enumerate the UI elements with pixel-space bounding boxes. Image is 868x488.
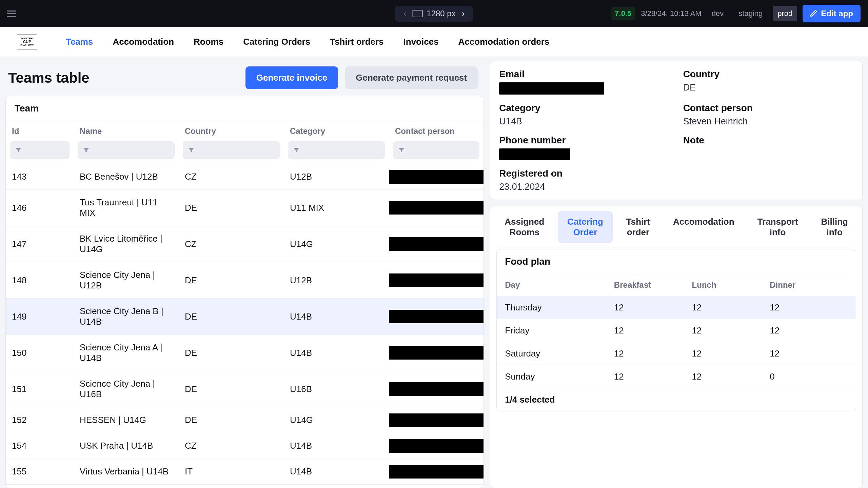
- food-col-dinner[interactable]: Dinner: [770, 280, 848, 290]
- cell-contact-redacted: [389, 237, 484, 251]
- cell-id: 150: [6, 335, 74, 371]
- cell-country: DE: [179, 262, 284, 299]
- nav-accomodation[interactable]: Accomodation: [113, 37, 174, 47]
- tab-billing[interactable]: Billing info: [812, 211, 857, 243]
- cell-category: U14B: [284, 335, 389, 371]
- food-col-lunch[interactable]: Lunch: [692, 280, 770, 290]
- env-prod[interactable]: prod: [773, 6, 797, 21]
- cell-country: CZ: [179, 485, 284, 488]
- team-table-panel: Team Id Name Country Category Contact pe…: [5, 96, 484, 488]
- nav-catering[interactable]: Catering Orders: [243, 37, 310, 47]
- cell-contact-redacted: [389, 465, 484, 479]
- cell-category: U14G: [284, 485, 389, 488]
- cell-contact-redacted: [389, 273, 484, 287]
- cell-name: Virtus Verbania | U14B: [74, 459, 179, 485]
- cell-country: CZ: [179, 433, 284, 459]
- food-row[interactable]: Friday121212: [497, 319, 856, 342]
- food-col-day[interactable]: Day: [505, 280, 614, 290]
- col-id[interactable]: Id: [6, 121, 74, 139]
- table-row[interactable]: 149Science City Jena B | U14BDEU14B: [6, 299, 484, 335]
- col-country[interactable]: Country: [179, 121, 284, 139]
- food-lunch: 12: [692, 371, 770, 382]
- cell-id: 152: [6, 407, 74, 433]
- filter-country[interactable]: [183, 141, 280, 159]
- table-row[interactable]: 151Science City Jena | U16BDEU16B: [6, 371, 484, 407]
- food-col-breakfast[interactable]: Breakfast: [614, 280, 692, 290]
- tab-tshirt[interactable]: Tshirt order: [617, 211, 659, 243]
- value-contact: Steven Heinrich: [683, 116, 853, 127]
- food-breakfast: 12: [614, 302, 692, 313]
- nav-tshirt[interactable]: Tshirt orders: [330, 37, 383, 47]
- cell-country: DE: [179, 371, 284, 407]
- app-logo[interactable]: EASTER CUP KLATOVY: [17, 34, 37, 50]
- col-category[interactable]: Category: [284, 121, 389, 139]
- viewport-prev-icon[interactable]: ‹: [401, 8, 409, 19]
- cell-category: U12B: [284, 164, 389, 190]
- build-timestamp: 3/28/24, 10:13 AM: [641, 9, 702, 18]
- device-icon[interactable]: [412, 10, 422, 17]
- nav-accomodation-orders[interactable]: Accomodation orders: [458, 37, 550, 47]
- edit-app-label: Edit app: [821, 9, 853, 18]
- value-phone-redacted: [499, 148, 570, 160]
- cell-contact-redacted: [389, 439, 484, 453]
- cell-id: 148: [6, 262, 74, 299]
- cell-category: U14B: [284, 459, 389, 485]
- food-breakfast: 12: [614, 325, 692, 336]
- cell-id: 155: [6, 459, 74, 485]
- env-staging[interactable]: staging: [734, 6, 767, 21]
- table-row[interactable]: 150Science City Jena A | U14BDEU14B: [6, 335, 484, 371]
- nav-rooms[interactable]: Rooms: [194, 37, 223, 47]
- value-category: U14B: [499, 116, 669, 127]
- table-row[interactable]: 146Tus Traunreut | U11 MIXDEU11 MIX: [6, 190, 484, 226]
- filter-id[interactable]: [10, 141, 70, 159]
- cell-id: 154: [6, 433, 74, 459]
- team-details-panel: Email Country DE Category U14B Contact p…: [490, 61, 863, 200]
- filter-name[interactable]: [78, 141, 175, 159]
- cell-contact-redacted: [389, 201, 484, 215]
- table-row[interactable]: 148Science City Jena | U12BDEU12B: [6, 262, 484, 299]
- table-row[interactable]: 156BK Sojky Pelhřimov | U14GCZU14G: [6, 485, 484, 488]
- table-row[interactable]: 154USK Praha | U14BCZU14B: [6, 433, 484, 459]
- cell-contact-redacted: [389, 382, 484, 396]
- food-row[interactable]: Thursday121212: [497, 296, 856, 319]
- cell-name: BC Benešov | U12B: [74, 164, 179, 190]
- food-row[interactable]: Saturday121212: [497, 342, 856, 365]
- version-badge: 7.0.5: [611, 7, 635, 20]
- food-row[interactable]: Sunday12120: [497, 365, 856, 388]
- cell-country: DE: [179, 299, 284, 335]
- filter-category[interactable]: [288, 141, 385, 159]
- col-name[interactable]: Name: [74, 121, 179, 139]
- cell-name: BK Sojky Pelhřimov | U14G: [74, 485, 179, 488]
- viewport-next-icon[interactable]: ›: [460, 8, 467, 19]
- food-lunch: 12: [692, 325, 770, 336]
- table-row[interactable]: 152HESSEN | U14GDEU14G: [6, 407, 484, 433]
- filter-icon: [188, 146, 195, 154]
- filter-icon: [398, 146, 405, 154]
- logo-line3: KLATOVY: [20, 44, 34, 46]
- table-row[interactable]: 155Virtus Verbania | U14BITU14B: [6, 459, 484, 485]
- table-row[interactable]: 143BC Benešov | U12BCZU12B: [6, 164, 484, 190]
- menu-icon[interactable]: [7, 11, 16, 17]
- food-lunch: 12: [692, 348, 770, 359]
- label-email: Email: [499, 69, 669, 80]
- nav-teams[interactable]: Teams: [66, 37, 93, 47]
- tab-transport[interactable]: Transport info: [748, 211, 808, 243]
- page-title: Teams table: [8, 70, 90, 86]
- table-row[interactable]: 147BK Lvice Litoměřice | U14GCZU14G: [6, 226, 484, 262]
- col-contact[interactable]: Contact person: [389, 121, 484, 139]
- filter-contact[interactable]: [393, 141, 479, 159]
- tab-catering[interactable]: Catering Order: [558, 211, 612, 243]
- generate-invoice-button[interactable]: Generate invoice: [245, 66, 338, 89]
- tab-rooms[interactable]: Assigned Rooms: [495, 211, 554, 243]
- label-registered: Registered on: [499, 168, 669, 179]
- cell-category: U14B: [284, 299, 389, 335]
- edit-app-button[interactable]: Edit app: [803, 5, 861, 22]
- cell-name: Science City Jena B | U14B: [74, 299, 179, 335]
- env-dev[interactable]: dev: [707, 6, 728, 21]
- pencil-icon: [810, 10, 817, 17]
- cell-contact-redacted: [389, 310, 484, 323]
- value-registered: 23.01.2024: [499, 182, 669, 192]
- generate-payment-button[interactable]: Generate payment request: [345, 66, 478, 89]
- tab-accomodation[interactable]: Accomodation: [664, 211, 744, 243]
- nav-invoices[interactable]: Invoices: [403, 37, 439, 47]
